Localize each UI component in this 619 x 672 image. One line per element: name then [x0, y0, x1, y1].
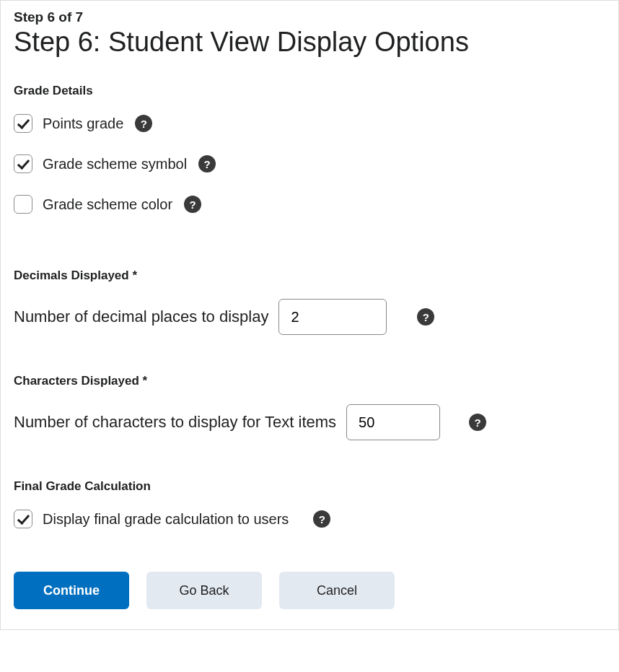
decimals-field-label: Number of decimal places to display: [14, 307, 268, 326]
final-grade-label: Display final grade calculation to users: [43, 511, 289, 528]
scheme-symbol-row: Grade scheme symbol ?: [14, 154, 605, 173]
decimals-section-label: Decimals Displayed *: [14, 269, 605, 283]
scheme-color-checkbox[interactable]: [14, 195, 32, 214]
points-grade-row: Points grade ?: [14, 114, 605, 133]
scheme-color-row: Grade scheme color ?: [14, 195, 605, 214]
step-indicator: Step 6 of 7: [14, 9, 605, 25]
points-grade-checkbox[interactable]: [14, 114, 32, 133]
points-grade-label: Points grade: [43, 115, 123, 132]
help-icon[interactable]: ?: [198, 155, 216, 173]
characters-input[interactable]: [346, 404, 440, 440]
page-title: Step 6: Student View Display Options: [14, 27, 605, 58]
cancel-button[interactable]: Cancel: [279, 572, 395, 609]
final-grade-checkbox[interactable]: [14, 510, 32, 528]
help-icon[interactable]: ?: [313, 510, 330, 528]
go-back-button[interactable]: Go Back: [146, 572, 262, 609]
decimals-input[interactable]: [278, 299, 387, 335]
scheme-color-label: Grade scheme color: [43, 196, 172, 213]
characters-field-label: Number of characters to display for Text…: [14, 413, 336, 432]
scheme-symbol-checkbox[interactable]: [14, 154, 32, 173]
final-grade-section-label: Final Grade Calculation: [14, 479, 605, 494]
help-icon[interactable]: ?: [184, 196, 201, 213]
characters-field-row: Number of characters to display for Text…: [14, 404, 605, 440]
decimals-field-row: Number of decimal places to display ?: [14, 299, 605, 335]
help-icon[interactable]: ?: [135, 115, 152, 132]
help-icon[interactable]: ?: [469, 414, 486, 431]
help-icon[interactable]: ?: [417, 308, 434, 326]
grade-details-label: Grade Details: [14, 84, 605, 98]
wizard-panel: Step 6 of 7 Step 6: Student View Display…: [0, 0, 619, 630]
final-grade-row: Display final grade calculation to users…: [14, 510, 605, 528]
continue-button[interactable]: Continue: [14, 572, 129, 609]
scheme-symbol-label: Grade scheme symbol: [43, 156, 187, 173]
characters-section-label: Characters Displayed *: [14, 374, 605, 388]
button-row: Continue Go Back Cancel: [14, 572, 605, 609]
